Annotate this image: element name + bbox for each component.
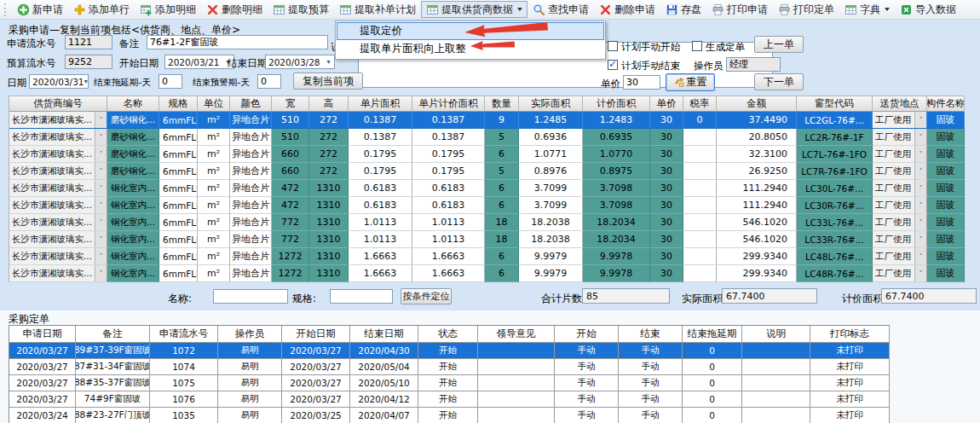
operator-field[interactable] — [726, 57, 781, 72]
cell-unit-price[interactable]: 30 — [650, 180, 683, 197]
cell-actual-area[interactable]: 0.6936 — [519, 129, 583, 146]
order-row[interactable]: 2020/03/2789#37-39F窗固玻1072易明2020/03/2720… — [9, 343, 890, 359]
cell-unit-price[interactable]: 30 — [650, 129, 683, 146]
cell-unit-price[interactable]: 30 — [650, 197, 683, 214]
cell-piece-area[interactable]: 0.6183 — [349, 197, 412, 214]
cell-qty[interactable]: 6 — [485, 248, 519, 265]
cell-note[interactable] — [742, 375, 810, 391]
cell-qty[interactable]: 6 — [485, 180, 519, 197]
cell-supplier-code[interactable]: 长沙市潇湘玻璃实...˅ — [9, 214, 107, 231]
cell-unit[interactable]: m² — [198, 214, 230, 231]
cell-start-date[interactable]: 2020/03/25 — [282, 408, 350, 423]
table-row[interactable]: 长沙市潇湘玻璃实...˅钢化室内...6mmFLE...m²异地合片772131… — [9, 214, 965, 231]
cell-priced-area[interactable]: 1.0770 — [583, 146, 650, 163]
cell-width[interactable]: 772 — [272, 214, 309, 231]
cell-remark[interactable]: 88#23-27F门顶玻 — [76, 408, 150, 423]
cell-width[interactable]: 660 — [272, 163, 309, 180]
cell-tax-rate[interactable] — [683, 146, 717, 163]
cell-qty[interactable]: 18 — [485, 214, 519, 231]
toolbar-button-extract-supplier-data[interactable]: 提取供货商数据 — [421, 1, 527, 18]
cell-spec[interactable]: 6mmFLE... — [159, 265, 198, 282]
cell-spec[interactable]: 6mmFLE... — [159, 146, 198, 163]
cell-actual-area[interactable]: 9.9979 — [519, 265, 583, 282]
cell-print-flag[interactable]: 未打印 — [810, 408, 890, 423]
cell-operator[interactable]: 易明 — [218, 359, 282, 375]
cell-name[interactable]: 磨砂钢化... — [107, 112, 159, 129]
chevron-down-icon[interactable]: ▾ — [84, 75, 88, 88]
toolbar-button-delete-detail[interactable]: 删除明细 — [201, 1, 268, 18]
cell-status[interactable]: 开始 — [418, 375, 478, 391]
cell-part-name[interactable]: 固玻 — [927, 129, 965, 146]
cell-name[interactable]: 钢化室内... — [107, 180, 159, 197]
cell-operator[interactable]: 易明 — [218, 391, 282, 408]
cell-name[interactable]: 钢化室内... — [107, 214, 159, 231]
cell-piece-priced-area[interactable]: 1.6663 — [412, 265, 485, 282]
cell-remark[interactable]: 88#35-37F窗固玻 — [76, 375, 150, 391]
cell-spec[interactable]: 6mmFLE... — [159, 248, 198, 265]
cell-part-name[interactable]: 固玻 — [927, 248, 965, 265]
dropdown-arrow-icon[interactable]: ˅ — [914, 214, 926, 230]
previous-order-button[interactable]: 上一单 — [754, 36, 804, 53]
cell-operator[interactable]: 易明 — [218, 375, 282, 391]
cell-unit-price[interactable]: 30 — [650, 214, 683, 231]
cell-start-date[interactable]: 2020/03/27 — [282, 343, 350, 359]
cell-amount[interactable]: 111.2940 — [717, 197, 797, 214]
cell-tax-rate[interactable] — [683, 265, 717, 282]
cell-qty[interactable]: 5 — [485, 163, 519, 180]
cell-delay[interactable]: 0 — [683, 391, 742, 408]
cell-print-flag[interactable]: 未打印 — [810, 375, 890, 391]
cell-qty[interactable]: 18 — [485, 231, 519, 248]
name-filter-input[interactable] — [213, 289, 288, 304]
cell-width[interactable]: 772 — [272, 231, 309, 248]
cell-piece-priced-area[interactable]: 0.1795 — [412, 163, 485, 180]
cell-operator[interactable]: 易明 — [218, 408, 282, 423]
cell-tax-rate[interactable] — [683, 163, 717, 180]
cell-supplier-code[interactable]: 长沙市潇湘玻璃实...˅ — [9, 180, 107, 197]
cell-window-code[interactable]: LC2GL-76#... — [797, 112, 873, 129]
dropdown-arrow-icon[interactable]: ˅ — [95, 112, 107, 128]
cell-remark[interactable]: 87#31-34F窗固玻 — [76, 359, 150, 375]
cell-part-name[interactable]: 固玻 — [927, 163, 965, 180]
cell-piece-area[interactable]: 1.0113 — [349, 214, 412, 231]
cell-supplier-code[interactable]: 长沙市潇湘玻璃实...˅ — [9, 248, 107, 265]
cell-request-date[interactable]: 2020/03/24 — [9, 408, 76, 423]
cell-unit[interactable]: m² — [198, 180, 230, 197]
manual-end-checkbox[interactable] — [608, 60, 618, 70]
cell-start[interactable]: 手动 — [555, 375, 619, 391]
cell-status[interactable]: 开始 — [418, 359, 478, 375]
date-combobox[interactable]: 2020/03/31▾ — [29, 74, 89, 89]
cell-unit[interactable]: m² — [198, 231, 230, 248]
cell-priced-area[interactable]: 18.2034 — [583, 214, 650, 231]
cell-window-code[interactable]: LC2R-76#-1F — [797, 129, 873, 146]
cell-start[interactable]: 手动 — [555, 391, 619, 408]
cell-end-date[interactable]: 2020/04/30 — [350, 343, 418, 359]
end-date-combobox[interactable]: 2020/03/28▾ — [265, 55, 335, 69]
cell-part-name[interactable]: 固玻 — [927, 231, 965, 248]
cell-qty[interactable]: 6 — [485, 146, 519, 163]
cell-piece-priced-area[interactable]: 0.6183 — [412, 197, 485, 214]
cell-window-code[interactable]: LC30R-76#... — [797, 197, 873, 214]
cell-part-name[interactable]: 固玻 — [927, 146, 965, 163]
cell-unit[interactable]: m² — [198, 248, 230, 265]
cell-priced-area[interactable]: 9.9978 — [583, 248, 650, 265]
cell-amount[interactable]: 299.9340 — [717, 265, 797, 282]
cell-name[interactable]: 磨砂钢化... — [107, 129, 159, 146]
cell-note[interactable] — [742, 408, 810, 423]
cell-start[interactable]: 手动 — [555, 408, 619, 423]
next-order-button[interactable]: 下一单 — [754, 73, 804, 90]
toolbar-button-add-detail[interactable]: 添加明细 — [135, 1, 201, 18]
cell-request-date[interactable]: 2020/03/27 — [9, 359, 76, 375]
dropdown-arrow-icon[interactable]: ˅ — [914, 248, 926, 264]
cell-end-date[interactable]: 2020/04/12 — [350, 391, 418, 408]
cell-color[interactable]: 异地合片 — [230, 231, 272, 248]
cell-width[interactable]: 472 — [272, 180, 309, 197]
cell-tax-rate[interactable] — [683, 248, 717, 265]
cell-height[interactable]: 1310 — [309, 248, 349, 265]
cell-height[interactable]: 1310 — [309, 265, 349, 282]
dropdown-arrow-icon[interactable]: ˅ — [914, 231, 926, 247]
cell-unit-price[interactable]: 30 — [650, 112, 683, 129]
cell-end[interactable]: 手动 — [619, 391, 683, 408]
cell-part-name[interactable]: 固玻 — [927, 197, 965, 214]
cell-width[interactable]: 510 — [272, 129, 309, 146]
cell-width[interactable]: 510 — [272, 112, 309, 129]
